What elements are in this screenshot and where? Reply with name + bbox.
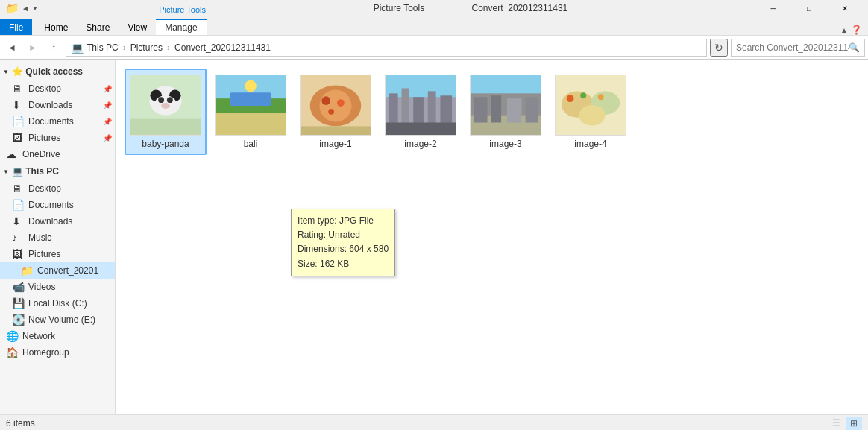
- downloads-qa-icon: ⬇: [12, 99, 25, 111]
- thumb-svg-image-2: [386, 75, 456, 136]
- file-name-baby-panda: baby-panda: [142, 139, 189, 149]
- file-name-bali: bali: [244, 139, 258, 149]
- window-filename: Convert_202012311431: [472, 3, 568, 13]
- thumb-svg-baby-panda: [130, 75, 201, 136]
- thumb-svg-image-1: [301, 75, 371, 136]
- sidebar-item-label-downloads-pc: Downloads: [28, 216, 72, 227]
- sidebar-item-network[interactable]: 🌐 Network: [0, 328, 115, 344]
- address-bar[interactable]: 💻 This PC › Pictures › Convert_202012311…: [66, 39, 707, 57]
- svg-rect-32: [474, 97, 488, 122]
- svg-rect-12: [230, 92, 271, 106]
- close-button[interactable]: ✕: [828, 0, 862, 16]
- sidebar-item-pictures-pc[interactable]: 🖼 Pictures: [0, 246, 115, 262]
- sidebar-item-desktop-pc[interactable]: 🖥 Desktop: [0, 180, 115, 197]
- file-tooltip: Item type: JPG File Rating: Unrated Dime…: [291, 209, 395, 276]
- sidebar-item-documents-qa[interactable]: 📄 Documents 📌: [0, 113, 115, 130]
- ribbon-minimize-icon[interactable]: ▲: [840, 26, 848, 34]
- sidebar-item-downloads-qa[interactable]: ⬇ Downloads 📌: [0, 97, 115, 113]
- svg-rect-20: [301, 126, 371, 135]
- sidebar-section-quick-access[interactable]: ▼ ⭐ Quick access: [0, 63, 115, 80]
- sidebar-item-videos-pc[interactable]: 📹 Videos: [0, 279, 115, 295]
- help-icon[interactable]: ❓: [851, 25, 862, 35]
- file-item-baby-panda[interactable]: baby-panda: [125, 69, 207, 155]
- picture-tools-label: Picture Tools: [374, 3, 424, 13]
- search-icon: 🔍: [849, 42, 860, 53]
- breadcrumb-folder[interactable]: Convert_202012311431: [174, 42, 271, 53]
- sidebar-item-local-disk-c[interactable]: 💾 Local Disk (C:): [0, 295, 115, 312]
- breadcrumb-icon: 💻: [71, 42, 84, 54]
- thumb-svg-image-3: [471, 75, 541, 136]
- breadcrumb-pictures[interactable]: Pictures: [130, 42, 163, 53]
- sidebar-item-homegroup[interactable]: 🏠 Homegroup: [0, 344, 115, 361]
- file-thumb-bali: [215, 75, 286, 136]
- file-item-image-4[interactable]: image-4: [550, 69, 632, 155]
- forward-button[interactable]: ►: [24, 39, 42, 57]
- file-item-bali[interactable]: bali: [210, 69, 292, 155]
- sidebar-item-music-pc[interactable]: ♪ Music: [0, 230, 115, 246]
- back-button[interactable]: ◄: [3, 39, 21, 57]
- search-bar[interactable]: 🔍: [731, 39, 865, 57]
- tab-view[interactable]: View: [119, 19, 156, 35]
- breadcrumb-this-pc[interactable]: This PC: [87, 42, 119, 53]
- svg-point-7: [161, 103, 170, 109]
- picture-tools-header: Picture Tools: [156, 4, 206, 16]
- documents-qa-icon: 📄: [12, 116, 25, 127]
- item-count: 6 items: [6, 418, 35, 429]
- tooltip-line-1: Item type: JPG File: [298, 214, 389, 228]
- ribbon-wrapper: 📁 ◄ ▼ Picture Tools Convert_202012311431…: [0, 0, 868, 36]
- file-item-image-3[interactable]: image-3: [465, 69, 547, 155]
- chevron-down-icon: ▼: [3, 69, 9, 75]
- sidebar-item-desktop-qa[interactable]: 🖥 Desktop 📌: [0, 80, 115, 97]
- svg-point-17: [321, 96, 330, 105]
- file-name-image-2: image-2: [404, 139, 436, 149]
- thumb-svg-bali: [216, 75, 286, 136]
- file-thumb-image-4: [555, 75, 626, 136]
- tab-manage[interactable]: Picture Tools Manage: [156, 19, 206, 35]
- sidebar-item-label-documents-qa: Documents: [28, 116, 74, 127]
- sidebar-item-new-volume-e[interactable]: 💽 New Volume (E:): [0, 312, 115, 328]
- file-thumb-image-3: [470, 75, 541, 136]
- refresh-button[interactable]: ↻: [710, 39, 728, 57]
- sidebar-item-label-desktop-pc: Desktop: [28, 183, 61, 194]
- svg-point-39: [579, 105, 605, 125]
- pin-icon-docs: 📌: [103, 118, 112, 126]
- file-item-image-2[interactable]: image-2: [380, 69, 462, 155]
- svg-rect-11: [216, 113, 286, 135]
- documents-pc-icon: 📄: [12, 199, 25, 211]
- file-item-image-1[interactable]: image-1: [295, 69, 377, 155]
- minimize-button[interactable]: ─: [756, 0, 790, 16]
- title-bar: 📁 ◄ ▼ Picture Tools Convert_202012311431…: [0, 0, 868, 16]
- details-view-toggle[interactable]: ☰: [828, 417, 844, 430]
- tab-home[interactable]: Home: [35, 19, 77, 35]
- svg-point-16: [319, 89, 351, 121]
- local-disk-c-icon: 💾: [12, 297, 25, 309]
- tab-file[interactable]: File: [0, 19, 32, 35]
- desktop-qa-icon: 🖥: [12, 83, 25, 95]
- svg-point-42: [598, 94, 604, 100]
- search-input[interactable]: [736, 42, 849, 53]
- svg-point-13: [245, 80, 257, 92]
- large-icons-view-toggle[interactable]: ⊞: [846, 417, 862, 430]
- sidebar-section-this-pc[interactable]: ▼ 💻 This PC: [0, 162, 115, 180]
- sidebar-item-convert-folder[interactable]: 📁 Convert_20201: [0, 262, 115, 279]
- maximize-button[interactable]: □: [792, 0, 826, 16]
- sidebar-item-label-network: Network: [22, 331, 55, 341]
- ribbon-controls: ▲ ❓: [840, 25, 862, 35]
- sidebar-item-downloads-pc[interactable]: ⬇ Downloads: [0, 213, 115, 230]
- chevron-down-icon-this-pc: ▼: [3, 168, 9, 175]
- sidebar-section-label-quick-access: ⭐ Quick access: [12, 66, 83, 77]
- sidebar-item-label-new-volume-e: New Volume (E:): [28, 314, 95, 325]
- onedrive-icon: ☁: [6, 148, 19, 160]
- tab-share[interactable]: Share: [77, 19, 119, 35]
- up-button[interactable]: ↑: [45, 39, 63, 57]
- svg-point-41: [580, 92, 586, 98]
- sidebar-item-pictures-qa[interactable]: 🖼 Pictures 📌: [0, 130, 115, 146]
- pin-icon-dl: 📌: [103, 101, 112, 110]
- svg-point-19: [328, 109, 334, 115]
- homegroup-icon: 🏠: [6, 347, 19, 358]
- sidebar-item-onedrive[interactable]: ☁ OneDrive: [0, 146, 115, 162]
- svg-rect-28: [386, 123, 456, 136]
- sidebar: ▼ ⭐ Quick access 🖥 Desktop 📌 ⬇ Downloads…: [0, 60, 116, 414]
- pin-icon: 📌: [103, 85, 112, 93]
- sidebar-item-documents-pc[interactable]: 📄 Documents: [0, 197, 115, 213]
